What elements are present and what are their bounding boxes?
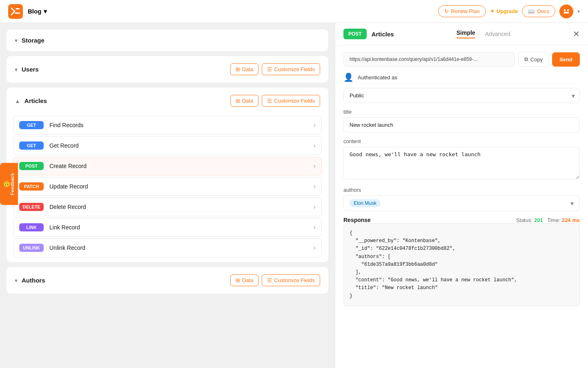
users-actions: ⊞ Data ☰ Customize Fields xyxy=(230,63,320,75)
endpoint-link-record[interactable]: LINK Link Record › xyxy=(13,218,322,237)
user-menu-chevron: ▾ xyxy=(577,9,580,14)
find-records-label: Find Records xyxy=(49,122,83,128)
upgrade-icon: ✦ xyxy=(490,8,494,14)
section-storage-header[interactable]: ▾ Storage xyxy=(7,29,328,51)
section-users: ▾ Users ⊞ Data ☰ Customize Fields xyxy=(7,56,328,83)
content-field-group: content Good news, we'll have a new rock… xyxy=(343,138,580,181)
unlink-record-label: Unlink Record xyxy=(49,245,85,251)
articles-list-icon: ☰ xyxy=(267,98,272,104)
users-customize-button[interactable]: ☰ Customize Fields xyxy=(262,63,320,75)
method-link-badge: LINK xyxy=(19,223,44,231)
response-meta: Status: 201 Time: 224 ms xyxy=(516,217,580,223)
get-record-chevron: › xyxy=(314,142,316,149)
left-panel: ▾ Storage ▾ Users ⊞ Data ☰ Customize Fie… xyxy=(0,23,335,368)
list-icon: ☰ xyxy=(267,66,272,72)
authors-label: authors xyxy=(343,187,580,193)
section-users-header[interactable]: ▾ Users ⊞ Data ☰ Customize Fields xyxy=(7,56,328,83)
response-body: { "__powered_by": "Kontenbase", "_id": "… xyxy=(343,223,580,306)
section-storage: ▾ Storage xyxy=(7,29,328,51)
update-record-chevron: › xyxy=(314,183,316,190)
logo xyxy=(8,4,23,19)
unlink-record-chevron: › xyxy=(314,244,316,251)
copy-icon: ⧉ xyxy=(524,56,528,63)
api-url-input[interactable] xyxy=(343,52,515,67)
time-value: 224 ms xyxy=(562,217,580,223)
endpoint-update-record[interactable]: PATCH Update Record › xyxy=(13,177,322,196)
articles-table-icon: ⊞ xyxy=(236,98,240,104)
auth-row: 👤 Authenticated as xyxy=(343,72,580,82)
feedback-button[interactable]: Feedback 🙂 xyxy=(0,163,18,205)
articles-title: Articles xyxy=(24,97,47,104)
articles-chevron-icon: ▲ xyxy=(15,98,20,104)
blog-selector[interactable]: Blog ▾ xyxy=(28,8,47,15)
link-record-chevron: › xyxy=(314,224,316,231)
authors-data-button[interactable]: ⊞ Data xyxy=(230,274,258,286)
tab-advanced[interactable]: Advanced xyxy=(485,31,510,37)
status-label: Status: xyxy=(516,217,532,223)
status-value: 201 xyxy=(534,217,543,223)
user-avatar-button[interactable] xyxy=(559,4,573,18)
view-tabs: Simple Advanced xyxy=(457,29,510,38)
time-label: Time: xyxy=(547,217,560,223)
method-get-badge: GET xyxy=(19,121,44,129)
auth-select-wrapper: Public User xyxy=(343,88,580,103)
create-record-chevron: › xyxy=(314,162,316,170)
feedback-emoji: 🙂 xyxy=(3,180,10,188)
endpoint-unlink-record[interactable]: UNLINK Unlink Record › xyxy=(13,238,322,257)
method-post-badge: POST xyxy=(19,162,44,170)
articles-data-button[interactable]: ⊞ Data xyxy=(230,95,258,107)
users-title: Users xyxy=(22,66,39,73)
auth-select[interactable]: Public User xyxy=(343,88,580,103)
authors-title: Authors xyxy=(22,277,45,284)
link-record-label: Link Record xyxy=(49,224,80,231)
author-tag-elon: Elon Musk xyxy=(350,199,381,207)
method-get-badge-2: GET xyxy=(19,141,44,150)
authors-field-group: authors Elon Musk ▾ xyxy=(343,187,580,211)
response-section: Response Status: 201 Time: 224 ms { "__p… xyxy=(343,217,580,306)
articles-actions: ⊞ Data ☰ Customize Fields xyxy=(230,95,320,107)
copy-url-button[interactable]: ⧉ Copy xyxy=(518,52,549,67)
articles-customize-button[interactable]: ☰ Customize Fields xyxy=(262,95,320,107)
blog-label: Blog xyxy=(28,8,41,15)
authors-table-icon: ⊞ xyxy=(236,277,240,283)
dropdown-icon: ▾ xyxy=(44,8,47,15)
send-request-button[interactable]: Send xyxy=(552,52,580,67)
users-data-button[interactable]: ⊞ Data xyxy=(230,63,258,75)
url-row: ⧉ Copy Send xyxy=(343,52,580,67)
users-chevron-icon: ▾ xyxy=(15,66,18,73)
close-panel-button[interactable]: ✕ xyxy=(573,29,580,39)
endpoint-delete-record[interactable]: DELETE Delete Record › xyxy=(13,197,322,216)
response-header: Response Status: 201 Time: 224 ms xyxy=(343,217,580,223)
right-endpoint-title: Articles xyxy=(372,31,394,38)
endpoint-get-record[interactable]: GET Get Record › xyxy=(13,136,322,155)
articles-endpoints: GET Find Records › GET Get Record › POST… xyxy=(7,114,328,262)
right-panel-content: ⧉ Copy Send 👤 Authenticated as Public Us… xyxy=(335,45,588,368)
delete-record-chevron: › xyxy=(314,203,316,211)
content-textarea[interactable]: Good news, we'll have a new rocket launc… xyxy=(343,147,580,180)
table-icon: ⊞ xyxy=(236,66,240,72)
right-method-badge: POST xyxy=(343,29,367,39)
find-records-chevron: › xyxy=(314,121,316,129)
docs-button[interactable]: 📖 Docs xyxy=(522,5,555,17)
authors-selector[interactable]: Elon Musk ▾ xyxy=(343,195,580,211)
title-label: title xyxy=(343,109,580,115)
authors-customize-button[interactable]: ☰ Customize Fields xyxy=(262,274,320,286)
storage-chevron-icon: ▾ xyxy=(15,37,18,44)
delete-record-label: Delete Record xyxy=(49,204,86,210)
upgrade-button[interactable]: ✦ Upgrade xyxy=(490,8,518,14)
update-record-label: Update Record xyxy=(49,183,88,190)
method-patch-badge: PATCH xyxy=(19,182,44,191)
renew-plan-button[interactable]: ↻ Renew Plan xyxy=(438,5,486,17)
section-articles: ▲ Articles ⊞ Data ☰ Customize Fields GE xyxy=(7,88,328,262)
tab-simple[interactable]: Simple xyxy=(457,29,475,38)
get-record-label: Get Record xyxy=(49,142,79,149)
authors-actions: ⊞ Data ☰ Customize Fields xyxy=(230,274,320,286)
title-field-group: title xyxy=(343,109,580,132)
section-authors-header[interactable]: ▾ Authors ⊞ Data ☰ Customize Fields xyxy=(7,267,328,294)
authors-dropdown-icon: ▾ xyxy=(570,200,574,207)
endpoint-create-record[interactable]: POST Create Record › xyxy=(13,157,322,175)
title-input[interactable] xyxy=(343,117,580,132)
section-articles-header[interactable]: ▲ Articles ⊞ Data ☰ Customize Fields xyxy=(7,88,328,114)
endpoint-find-records[interactable]: GET Find Records › xyxy=(13,116,322,135)
header: Blog ▾ ↻ Renew Plan ✦ Upgrade 📖 Docs ▾ xyxy=(0,0,588,23)
